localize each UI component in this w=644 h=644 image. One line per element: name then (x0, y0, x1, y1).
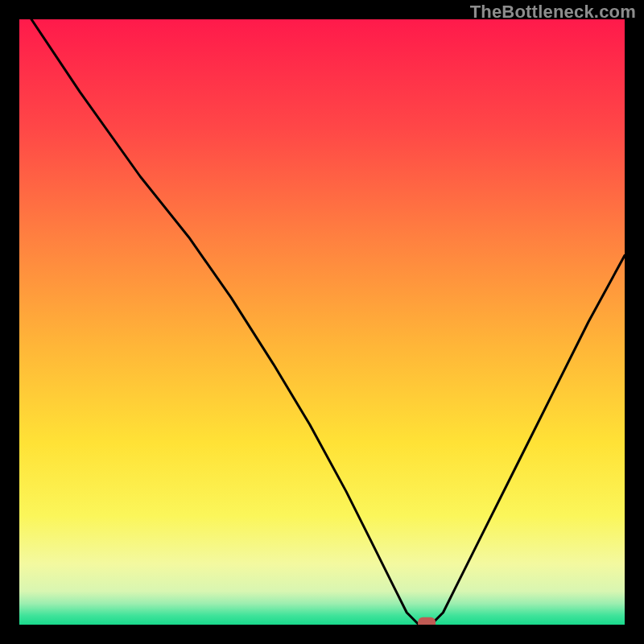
bottleneck-chart (19, 19, 625, 625)
chart-svg (19, 19, 625, 625)
bottleneck-marker (418, 617, 436, 625)
chart-background (19, 19, 625, 625)
watermark-text: TheBottleneck.com (470, 2, 636, 23)
